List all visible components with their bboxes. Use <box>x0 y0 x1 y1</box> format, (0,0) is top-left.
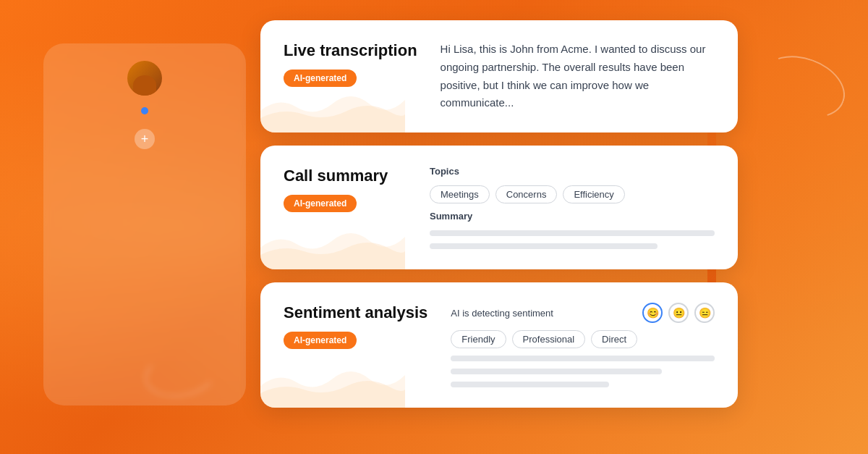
summary-line-1 <box>430 230 715 236</box>
summary-card-right: Topics Meetings Concerns Efficiency Summ… <box>430 166 715 249</box>
emoji-neutral: 😐 <box>668 303 689 323</box>
sentiment-badge: AI-generated <box>284 332 357 349</box>
sentiment-title: Sentiment analysis <box>284 303 427 323</box>
emoji-sad: 😑 <box>694 303 715 323</box>
transcription-card-right: Hi Lisa, this is John from Acme. I wante… <box>441 41 715 112</box>
summary-badge: AI-generated <box>284 195 357 212</box>
sentiment-line-2 <box>451 369 662 374</box>
summary-label: Summary <box>430 211 715 222</box>
summary-wave <box>260 219 405 269</box>
tag-professional: Professional <box>512 330 586 348</box>
summary-card: Call summary AI-generated Topics Meeting… <box>260 146 738 269</box>
call-indicator <box>141 107 148 114</box>
detecting-text: AI is detecting sentiment <box>451 308 553 319</box>
topics-tags: Meetings Concerns Efficiency <box>430 185 715 203</box>
sentiment-wave <box>260 357 405 408</box>
emoji-happy: 😊 <box>642 303 663 323</box>
cards-container: Live transcription AI-generated Hi Lisa,… <box>260 20 738 408</box>
emoji-group: 😊 😐 😑 <box>642 303 715 323</box>
summary-line-2 <box>430 243 658 249</box>
tag-efficiency: Efficiency <box>563 185 624 203</box>
phone-mockup: + <box>43 43 246 405</box>
summary-title: Call summary <box>284 166 407 186</box>
transcription-title: Live transcription <box>284 41 417 61</box>
transcription-card-left: Live transcription AI-generated <box>284 41 417 112</box>
tag-meetings: Meetings <box>430 185 490 203</box>
topics-label: Topics <box>430 166 715 177</box>
sentiment-card: Sentiment analysis AI-generated AI is de… <box>260 282 738 408</box>
transcription-text: Hi Lisa, this is John from Acme. I wante… <box>441 41 715 112</box>
sentiment-tags: Friendly Professional Direct <box>451 330 715 348</box>
sentiment-card-right: AI is detecting sentiment 😊 😐 😑 Friendly… <box>451 303 715 387</box>
sentiment-card-left: Sentiment analysis AI-generated <box>284 303 427 387</box>
tag-concerns: Concerns <box>495 185 558 203</box>
sentiment-line-1 <box>451 356 715 361</box>
sentiment-line-3 <box>451 382 609 387</box>
tag-friendly: Friendly <box>451 330 506 348</box>
avatar <box>127 61 162 96</box>
tag-direct: Direct <box>591 330 637 348</box>
add-button[interactable]: + <box>135 129 155 149</box>
sentiment-top-row: AI is detecting sentiment 😊 😐 😑 <box>451 303 715 323</box>
transcription-card: Live transcription AI-generated Hi Lisa,… <box>260 20 738 133</box>
transcription-wave <box>260 82 405 133</box>
summary-card-left: Call summary AI-generated <box>284 166 407 249</box>
